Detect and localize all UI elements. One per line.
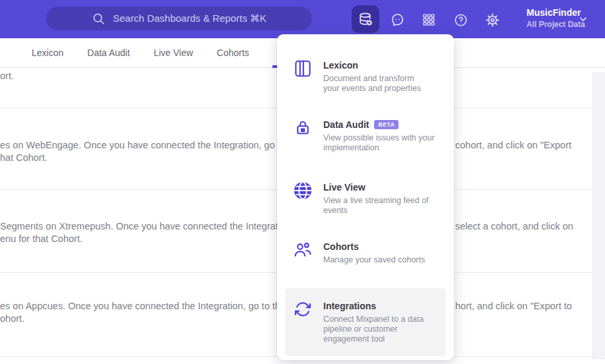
menu-item-integrations[interactable]: Integrations Connect Mixpanel to a data …	[285, 288, 446, 356]
menu-item-title: Lexicon	[323, 59, 358, 71]
menu-item-description: View a live streaming feed of events	[323, 196, 429, 216]
bg-row-text: enu for that Cohort.	[0, 233, 82, 245]
menu-item-data-audit[interactable]: Data Audit BETA View possible issues wit…	[285, 107, 446, 165]
lexicon-book-icon	[293, 59, 313, 78]
chevron-down-icon	[578, 14, 589, 24]
menu-item-title: Data Audit	[323, 119, 369, 131]
gear-icon	[485, 13, 500, 28]
bg-row-text: cohort, and click on "Export	[455, 139, 571, 152]
apps-grid-button[interactable]	[416, 7, 442, 33]
bg-row-text: hat Cohort.	[0, 152, 48, 164]
integrations-sync-icon	[293, 299, 313, 319]
menu-item-description: Connect Mixpanel to a data pipeline or c…	[323, 315, 424, 344]
menu-item-description: Manage your saved cohorts	[323, 255, 425, 265]
bg-row-text: es on Appcues. Once you have connected t…	[0, 300, 296, 313]
bg-row-text: hort, and click on "Export to	[455, 300, 572, 313]
bg-row-text: es on WebEngage. Once you have connected…	[0, 139, 302, 152]
bg-row-text: select a cohort, and click on	[455, 220, 573, 233]
cohorts-people-icon	[293, 240, 313, 260]
project-switcher[interactable]: MusicFinder All Project Data	[526, 7, 585, 30]
bg-row-text: ohort.	[0, 313, 24, 325]
help-icon	[453, 13, 468, 28]
bg-row-text: ort.	[0, 70, 14, 82]
search-icon	[92, 12, 106, 26]
tab-data-audit[interactable]: Data Audit	[87, 47, 130, 58]
top-header: Search Dashboards & Reports ⌘K	[0, 0, 605, 38]
data-management-dropdown: Lexicon Document and transform your even…	[277, 34, 454, 360]
database-gear-icon	[358, 11, 374, 28]
search-input[interactable]: Search Dashboards & Reports ⌘K	[46, 7, 312, 30]
tab-lexicon[interactable]: Lexicon	[32, 47, 63, 58]
app-window: ort. es on WebEngage. Once you have conn…	[0, 0, 605, 364]
menu-item-lexicon[interactable]: Lexicon Document and transform your even…	[285, 47, 446, 106]
project-scope: All Project Data	[526, 20, 585, 30]
settings-button[interactable]	[479, 7, 505, 33]
data-audit-lock-icon	[293, 118, 313, 138]
project-switcher-chevron[interactable]	[578, 14, 589, 27]
menu-item-live-view[interactable]: Live View View a live streaming feed of …	[285, 169, 446, 228]
menu-item-description: View possible issues with your implement…	[323, 133, 435, 153]
beta-badge: BETA	[374, 120, 398, 129]
help-button[interactable]	[447, 7, 474, 33]
grid-icon	[422, 13, 436, 27]
menu-item-title: Integrations	[323, 300, 376, 312]
project-name: MusicFinder	[526, 7, 585, 18]
search-placeholder: Search Dashboards & Reports ⌘K	[113, 13, 267, 24]
tab-live-view[interactable]: Live View	[154, 47, 193, 58]
menu-item-description: Document and transform your events and p…	[323, 74, 421, 94]
tab-cohorts[interactable]: Cohorts	[217, 47, 249, 58]
menu-item-title: Live View	[323, 181, 366, 193]
bg-row-text: Segments on Xtremepush. Once you have co…	[0, 220, 294, 233]
chat-bubble-icon	[390, 13, 405, 28]
menu-item-title: Cohorts	[323, 241, 359, 253]
data-management-button[interactable]	[352, 5, 379, 33]
feedback-button[interactable]	[384, 7, 410, 33]
menu-item-cohorts[interactable]: Cohorts Manage your saved cohorts	[285, 229, 446, 277]
live-view-globe-icon	[293, 181, 313, 200]
page-right-margin	[592, 72, 605, 359]
